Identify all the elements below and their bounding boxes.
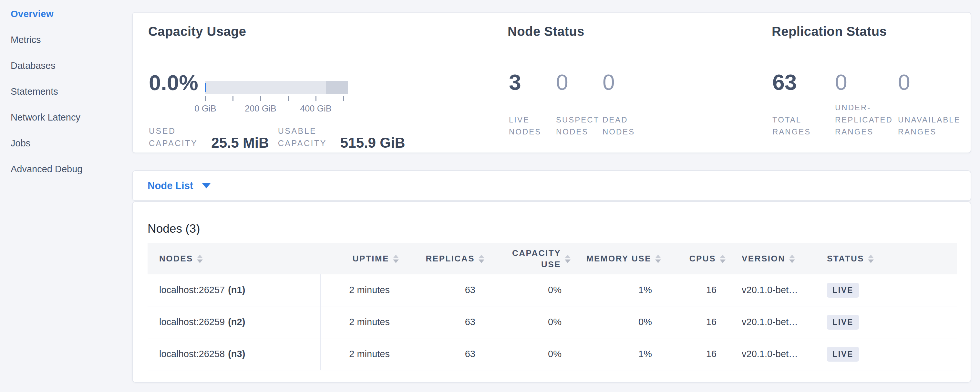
- sidebar-item-metrics[interactable]: Metrics: [11, 27, 132, 53]
- total-ranges-label: TOTALRANGES: [772, 114, 811, 138]
- unavailable-ranges-metric: 0 UNAVAILABLERANGES: [898, 13, 969, 153]
- sort-up-arrow-icon: [720, 255, 725, 258]
- sort-up-arrow-icon: [197, 255, 203, 258]
- table-row: localhost:26257(n1)2 minutes630%1%16v20.…: [148, 274, 957, 306]
- cpus-cell: 16: [661, 306, 725, 338]
- node-id: (n2): [228, 317, 245, 327]
- node-address: localhost:26257: [159, 285, 225, 295]
- column-label-uptime: UPTIME: [353, 253, 389, 265]
- node-cell[interactable]: localhost:26257(n1): [148, 274, 321, 306]
- version-cell: v20.1.0-bet…: [725, 306, 807, 338]
- column-label-capacity_use: CAPACITY USE: [510, 247, 561, 270]
- sort-down-arrow-icon: [868, 260, 874, 263]
- capacity-gauge-used-marker: [205, 83, 206, 92]
- sort-up-arrow-icon: [789, 255, 795, 258]
- used-capacity-label: USED CAPACITY: [149, 125, 197, 149]
- dead-nodes-metric: 0 DEADNODES: [603, 13, 654, 153]
- suspect-nodes-metric: 0 SUSPECTNODES: [556, 13, 601, 153]
- column-label-version: VERSION: [742, 253, 785, 265]
- sort-down-arrow-icon: [565, 260, 571, 263]
- nodes-card: Nodes (3) NODESUPTIMEREPLICASCAPACITY US…: [132, 201, 971, 382]
- version-cell: v20.1.0-bet…: [725, 274, 807, 306]
- sort-up-arrow-icon: [655, 255, 661, 258]
- node-cell[interactable]: localhost:26259(n2): [148, 306, 321, 338]
- sort-up-arrow-icon: [393, 255, 399, 258]
- capacity-gauge-tick-labels: 0 GiB 200 GiB 400 GiB: [205, 104, 344, 114]
- capacity_use-cell: 0%: [484, 306, 571, 338]
- column-header-uptime[interactable]: UPTIME: [321, 253, 399, 265]
- column-header-version[interactable]: VERSION: [725, 253, 807, 265]
- column-label-replicas: REPLICAS: [426, 253, 475, 265]
- uptime-cell: 2 minutes: [321, 274, 399, 306]
- used-capacity-stat: USED CAPACITY 25.5 MiB: [149, 125, 269, 149]
- sort-down-arrow-icon: [655, 260, 661, 263]
- nodes-table-body: localhost:26257(n1)2 minutes630%1%16v20.…: [148, 274, 957, 370]
- table-row: localhost:26258(n3)2 minutes630%1%16v20.…: [148, 338, 957, 370]
- total-ranges-metric: 63 TOTALRANGES: [772, 13, 830, 153]
- total-ranges-value: 63: [772, 70, 797, 95]
- column-label-status: STATUS: [827, 253, 864, 265]
- table-row: localhost:26259(n2)2 minutes630%0%16v20.…: [148, 306, 957, 338]
- version-cell: v20.1.0-bet…: [725, 338, 807, 370]
- node-id: (n1): [228, 285, 245, 295]
- sidebar-item-overview[interactable]: Overview: [11, 1, 132, 27]
- sort-icon: [720, 255, 725, 263]
- sidebar-item-jobs[interactable]: Jobs: [11, 130, 132, 156]
- sort-down-arrow-icon: [789, 260, 795, 263]
- under-replicated-ranges-label: UNDER-REPLICATEDRANGES: [835, 102, 893, 138]
- chevron-down-icon[interactable]: [202, 183, 210, 188]
- sort-icon: [868, 255, 874, 263]
- status-cell: LIVE: [807, 338, 957, 370]
- node-list-dropdown[interactable]: Node List: [148, 180, 193, 192]
- column-header-capacity_use[interactable]: CAPACITY USE: [484, 247, 571, 270]
- sort-down-arrow-icon: [720, 260, 725, 263]
- cluster-summary-card: Capacity Usage 0.0% 0 GiB 200 GiB 400 Gi…: [132, 12, 971, 153]
- usable-capacity-label: USABLE CAPACITY: [278, 125, 327, 149]
- sidebar-item-advanced-debug[interactable]: Advanced Debug: [11, 156, 132, 182]
- tick-label: 200 GiB: [245, 104, 277, 114]
- sidebar-item-statements[interactable]: Statements: [11, 78, 132, 104]
- column-header-memory_use[interactable]: MEMORY USE: [571, 253, 661, 265]
- sort-up-arrow-icon: [479, 255, 484, 258]
- sidebar-item-databases[interactable]: Databases: [11, 53, 132, 78]
- status-badge: LIVE: [827, 315, 859, 330]
- sort-down-arrow-icon: [393, 260, 399, 263]
- memory_use-cell: 1%: [571, 338, 661, 370]
- column-header-node[interactable]: NODES: [148, 253, 321, 265]
- nodes-table: NODESUPTIMEREPLICASCAPACITY USEMEMORY US…: [148, 243, 957, 370]
- sidebar-item-network-latency[interactable]: Network Latency: [11, 104, 132, 130]
- capacity-usage-title: Capacity Usage: [148, 24, 247, 39]
- tick-label: 0 GiB: [194, 104, 216, 114]
- column-header-cpus[interactable]: CPUS: [661, 253, 725, 265]
- live-nodes-value: 3: [509, 70, 521, 95]
- node-address: localhost:26258: [159, 349, 225, 359]
- sort-icon: [789, 255, 795, 263]
- replicas-cell: 63: [399, 274, 484, 306]
- column-header-replicas[interactable]: REPLICAS: [399, 253, 484, 265]
- capacity-gauge-other-segment: [326, 81, 348, 94]
- view-selector-card: Node List: [132, 170, 971, 201]
- usable-capacity-stat: USABLE CAPACITY 515.9 GiB: [278, 125, 405, 149]
- memory_use-cell: 0%: [571, 306, 661, 338]
- capacity_use-cell: 0%: [484, 274, 571, 306]
- memory_use-cell: 1%: [571, 274, 661, 306]
- capacity-usage-section: Capacity Usage 0.0% 0 GiB 200 GiB 400 Gi…: [148, 13, 523, 153]
- sort-icon: [393, 255, 399, 263]
- replicas-cell: 63: [399, 338, 484, 370]
- node-cell[interactable]: localhost:26258(n3): [148, 338, 321, 370]
- dead-nodes-value: 0: [603, 70, 615, 95]
- cpus-cell: 16: [661, 338, 725, 370]
- status-cell: LIVE: [807, 274, 957, 306]
- uptime-cell: 2 minutes: [321, 306, 399, 338]
- nodes-heading: Nodes (3): [148, 222, 200, 236]
- sort-down-arrow-icon: [197, 260, 203, 263]
- column-label-cpus: CPUS: [689, 253, 716, 265]
- live-nodes-metric: 3 LIVENODES: [509, 13, 554, 153]
- capacity-gauge: [205, 81, 348, 94]
- unavailable-ranges-value: 0: [898, 70, 910, 95]
- column-header-status[interactable]: STATUS: [807, 253, 957, 265]
- used-capacity-value: 25.5 MiB: [211, 136, 269, 150]
- sidebar: Overview Metrics Databases Statements Ne…: [0, 0, 132, 182]
- node-address: localhost:26259: [159, 317, 225, 327]
- sort-icon: [655, 255, 661, 263]
